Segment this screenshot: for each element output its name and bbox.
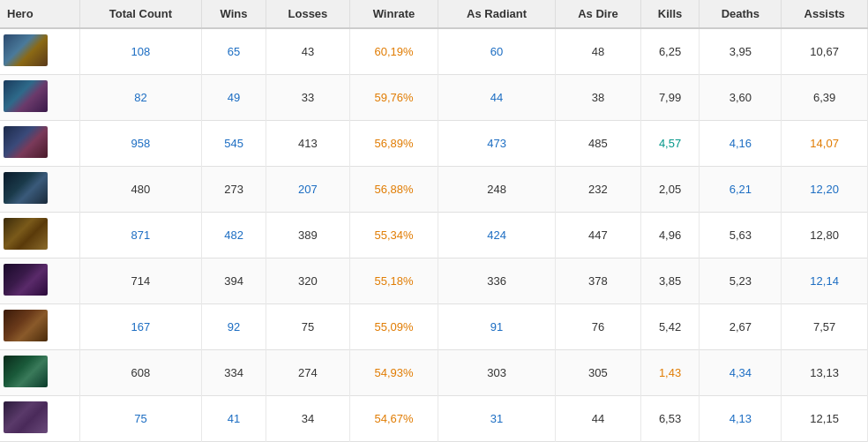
as-radiant-cell: 424 bbox=[438, 213, 555, 258]
wins-cell: 273 bbox=[202, 167, 266, 213]
col-deaths[interactable]: Deaths bbox=[700, 0, 782, 28]
wins-cell: 394 bbox=[202, 258, 266, 304]
as-dire-cell: 447 bbox=[556, 213, 640, 258]
as-radiant-cell: 91 bbox=[438, 304, 555, 350]
header-row: Hero Total Count Wins Losses Winrate As … bbox=[0, 0, 868, 28]
col-hero[interactable]: Hero bbox=[0, 0, 79, 28]
winrate-cell: 55,09% bbox=[350, 304, 438, 350]
hero-image bbox=[4, 264, 48, 296]
table-header: Hero Total Count Wins Losses Winrate As … bbox=[0, 0, 868, 28]
losses-cell: 320 bbox=[266, 258, 349, 304]
losses-cell: 33 bbox=[266, 75, 349, 121]
kills-cell: 5,42 bbox=[640, 304, 700, 350]
hero-stats-table: Hero Total Count Wins Losses Winrate As … bbox=[0, 0, 868, 442]
assists-cell: 6,39 bbox=[782, 75, 868, 121]
hero-cell bbox=[0, 213, 79, 258]
table-row: 60833427454,93%3033051,434,3413,13 bbox=[0, 350, 868, 396]
as-dire-cell: 232 bbox=[556, 167, 640, 213]
as-dire-cell: 378 bbox=[556, 258, 640, 304]
kills-cell: 6,53 bbox=[640, 396, 700, 442]
deaths-cell: 5,63 bbox=[700, 213, 782, 258]
hero-image bbox=[4, 172, 48, 204]
assists-cell: 13,13 bbox=[782, 350, 868, 396]
total-count-cell: 75 bbox=[79, 396, 202, 442]
table-row: 95854541356,89%4734854,574,1614,07 bbox=[0, 121, 868, 167]
losses-cell: 34 bbox=[266, 396, 349, 442]
kills-cell: 3,85 bbox=[640, 258, 700, 304]
hero-image bbox=[4, 126, 48, 158]
deaths-cell: 3,60 bbox=[700, 75, 782, 121]
losses-cell: 389 bbox=[266, 213, 349, 258]
as-radiant-cell: 44 bbox=[438, 75, 555, 121]
deaths-cell: 6,21 bbox=[700, 167, 782, 213]
as-radiant-cell: 60 bbox=[438, 28, 555, 75]
kills-cell: 2,05 bbox=[640, 167, 700, 213]
table-row: 167927555,09%91765,422,677,57 bbox=[0, 304, 868, 350]
total-count-cell: 82 bbox=[79, 75, 202, 121]
deaths-cell: 5,23 bbox=[700, 258, 782, 304]
table-body: 108654360,19%60486,253,9510,6782493359,7… bbox=[0, 28, 868, 442]
kills-cell: 4,96 bbox=[640, 213, 700, 258]
deaths-cell: 2,67 bbox=[700, 304, 782, 350]
table-row: 71439432055,18%3363783,855,2312,14 bbox=[0, 258, 868, 304]
total-count-cell: 608 bbox=[79, 350, 202, 396]
assists-cell: 12,15 bbox=[782, 396, 868, 442]
table-row: 87148238955,34%4244474,965,6312,80 bbox=[0, 213, 868, 258]
total-count-cell: 167 bbox=[79, 304, 202, 350]
as-dire-cell: 48 bbox=[556, 28, 640, 75]
col-kills[interactable]: Kills bbox=[640, 0, 700, 28]
as-dire-cell: 38 bbox=[556, 75, 640, 121]
winrate-cell: 59,76% bbox=[350, 75, 438, 121]
as-dire-cell: 76 bbox=[556, 304, 640, 350]
deaths-cell: 3,95 bbox=[700, 28, 782, 75]
col-losses[interactable]: Losses bbox=[266, 0, 349, 28]
hero-image bbox=[4, 356, 48, 387]
kills-cell: 4,57 bbox=[640, 121, 700, 167]
total-count-cell: 108 bbox=[79, 28, 202, 75]
winrate-cell: 55,18% bbox=[350, 258, 438, 304]
total-count-cell: 958 bbox=[79, 121, 202, 167]
hero-cell bbox=[0, 396, 79, 442]
table-row: 108654360,19%60486,253,9510,67 bbox=[0, 28, 868, 75]
hero-cell bbox=[0, 167, 79, 213]
table-row: 82493359,76%44387,993,606,39 bbox=[0, 75, 868, 121]
deaths-cell: 4,13 bbox=[700, 396, 782, 442]
wins-cell: 65 bbox=[202, 28, 266, 75]
wins-cell: 545 bbox=[202, 121, 266, 167]
col-total-count[interactable]: Total Count bbox=[79, 0, 202, 28]
winrate-cell: 56,89% bbox=[350, 121, 438, 167]
as-dire-cell: 305 bbox=[556, 350, 640, 396]
total-count-cell: 480 bbox=[79, 167, 202, 213]
winrate-cell: 54,67% bbox=[350, 396, 438, 442]
wins-cell: 49 bbox=[202, 75, 266, 121]
col-as-radiant[interactable]: As Radiant bbox=[438, 0, 555, 28]
wins-cell: 482 bbox=[202, 213, 266, 258]
hero-image bbox=[4, 80, 48, 112]
hero-image bbox=[4, 34, 48, 66]
kills-cell: 1,43 bbox=[640, 350, 700, 396]
wins-cell: 92 bbox=[202, 304, 266, 350]
losses-cell: 75 bbox=[266, 304, 349, 350]
losses-cell: 274 bbox=[266, 350, 349, 396]
col-winrate[interactable]: Winrate bbox=[350, 0, 438, 28]
hero-image bbox=[4, 310, 48, 341]
as-dire-cell: 44 bbox=[556, 396, 640, 442]
hero-image bbox=[4, 401, 48, 433]
total-count-cell: 714 bbox=[79, 258, 202, 304]
assists-cell: 12,80 bbox=[782, 213, 868, 258]
winrate-cell: 55,34% bbox=[350, 213, 438, 258]
col-wins[interactable]: Wins bbox=[202, 0, 266, 28]
hero-cell bbox=[0, 304, 79, 350]
total-count-cell: 871 bbox=[79, 213, 202, 258]
as-radiant-cell: 31 bbox=[438, 396, 555, 442]
hero-cell bbox=[0, 28, 79, 75]
winrate-cell: 54,93% bbox=[350, 350, 438, 396]
col-as-dire[interactable]: As Dire bbox=[556, 0, 640, 28]
as-radiant-cell: 336 bbox=[438, 258, 555, 304]
assists-cell: 14,07 bbox=[782, 121, 868, 167]
hero-cell bbox=[0, 350, 79, 396]
deaths-cell: 4,34 bbox=[700, 350, 782, 396]
losses-cell: 43 bbox=[266, 28, 349, 75]
assists-cell: 10,67 bbox=[782, 28, 868, 75]
col-assists[interactable]: Assists bbox=[782, 0, 868, 28]
